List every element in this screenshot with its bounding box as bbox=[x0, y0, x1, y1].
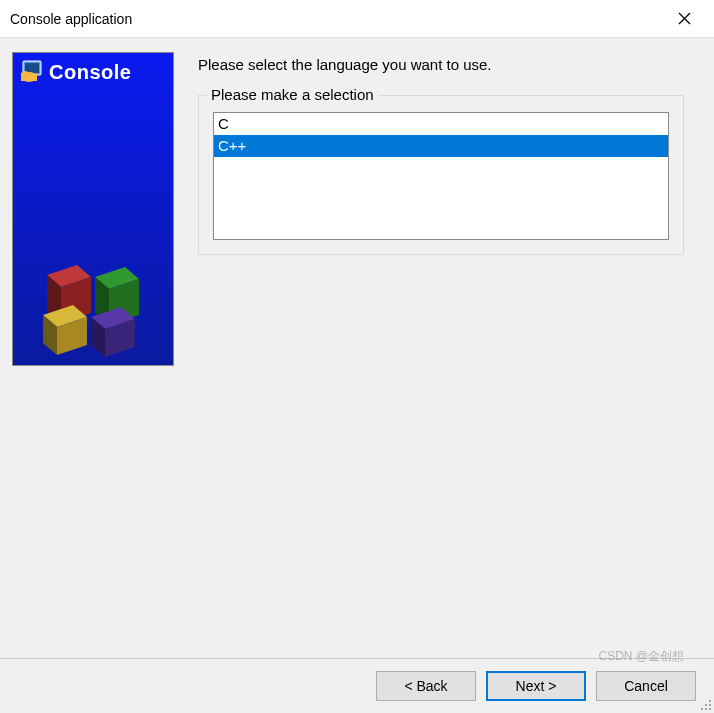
sidebar-title: Console bbox=[49, 61, 131, 84]
content-area: Console bbox=[0, 38, 714, 658]
next-button[interactable]: Next > bbox=[486, 671, 586, 701]
svg-point-18 bbox=[705, 704, 707, 706]
svg-point-19 bbox=[709, 704, 711, 706]
list-item[interactable]: C++ bbox=[214, 135, 668, 157]
console-app-icon bbox=[19, 59, 45, 85]
window-title: Console application bbox=[10, 11, 664, 27]
cancel-button[interactable]: Cancel bbox=[596, 671, 696, 701]
main-panel: Please select the language you want to u… bbox=[174, 52, 702, 658]
svg-rect-3 bbox=[25, 63, 39, 73]
groupbox-label: Please make a selection bbox=[207, 86, 378, 103]
svg-point-17 bbox=[709, 700, 711, 702]
back-button[interactable]: < Back bbox=[376, 671, 476, 701]
svg-point-21 bbox=[705, 708, 707, 710]
close-button[interactable] bbox=[664, 4, 704, 34]
list-item[interactable]: C bbox=[214, 113, 668, 135]
svg-point-4 bbox=[21, 72, 37, 82]
wizard-sidebar-image: Console bbox=[12, 52, 174, 366]
watermark-text: CSDN @金创想 bbox=[598, 648, 684, 665]
sidebar-header: Console bbox=[13, 53, 173, 91]
language-listbox[interactable]: C C++ bbox=[213, 112, 669, 240]
selection-groupbox: Please make a selection C C++ bbox=[198, 95, 684, 255]
button-footer: < Back Next > Cancel bbox=[0, 658, 714, 713]
cubes-decoration-icon bbox=[33, 237, 153, 357]
svg-point-20 bbox=[701, 708, 703, 710]
titlebar: Console application bbox=[0, 0, 714, 38]
resize-grip-icon[interactable] bbox=[698, 697, 712, 711]
svg-point-22 bbox=[709, 708, 711, 710]
instruction-text: Please select the language you want to u… bbox=[198, 56, 702, 73]
close-icon bbox=[678, 12, 691, 25]
